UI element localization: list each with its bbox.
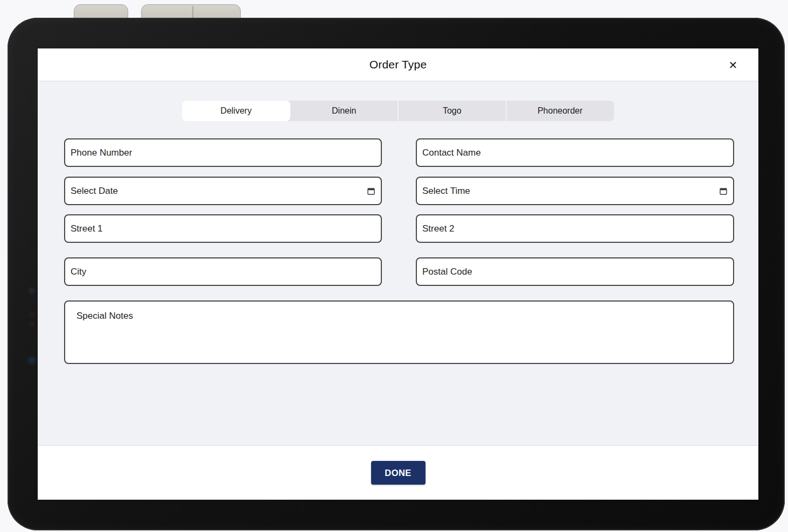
front-camera <box>27 355 37 365</box>
dialog-title: Order Type <box>38 48 758 81</box>
tab-dinein[interactable]: Dinein <box>290 101 399 121</box>
street2-field-wrap <box>416 214 734 243</box>
special-notes-textarea[interactable] <box>64 300 734 364</box>
street1-field-wrap <box>64 214 382 243</box>
sensor-dot <box>29 321 34 327</box>
dialog-footer: DONE <box>38 446 758 500</box>
sensor-dot <box>28 237 36 245</box>
special-notes-field-wrap <box>64 300 734 364</box>
phone-number-input[interactable] <box>64 138 382 167</box>
order-type-tabs: Delivery Dinein Togo Phoneorder <box>182 101 614 121</box>
city-field-wrap <box>64 257 382 286</box>
select-time-field-wrap <box>416 177 734 205</box>
select-date-field-wrap <box>64 177 382 205</box>
dialog-header: Order Type ✕ <box>38 48 758 81</box>
phone-number-field-wrap <box>64 138 382 167</box>
tab-phoneorder[interactable]: Phoneorder <box>506 101 615 121</box>
delivery-form <box>38 138 758 364</box>
tab-togo[interactable]: Togo <box>398 101 506 121</box>
tab-delivery[interactable]: Delivery <box>182 101 290 121</box>
order-type-dialog: Order Type ✕ Delivery Dinein Togo Phoneo… <box>38 48 758 500</box>
tablet-device: Order Type ✕ Delivery Dinein Togo Phoneo… <box>8 18 785 530</box>
select-date-input[interactable] <box>64 177 382 205</box>
select-time-input[interactable] <box>416 177 734 205</box>
street1-input[interactable] <box>64 214 382 243</box>
page-background: Order Type ✕ Delivery Dinein Togo Phoneo… <box>0 0 788 532</box>
postal-code-field-wrap <box>416 257 734 286</box>
sensor-dot <box>29 312 34 318</box>
close-icon[interactable]: ✕ <box>724 56 742 74</box>
street2-input[interactable] <box>416 214 734 243</box>
done-button[interactable]: DONE <box>371 461 426 485</box>
front-camera <box>27 286 36 295</box>
contact-name-field-wrap <box>416 138 734 167</box>
contact-name-input[interactable] <box>416 138 734 167</box>
postal-code-input[interactable] <box>416 257 734 286</box>
city-input[interactable] <box>64 257 382 286</box>
dialog-content: Delivery Dinein Togo Phoneorder <box>38 81 758 446</box>
